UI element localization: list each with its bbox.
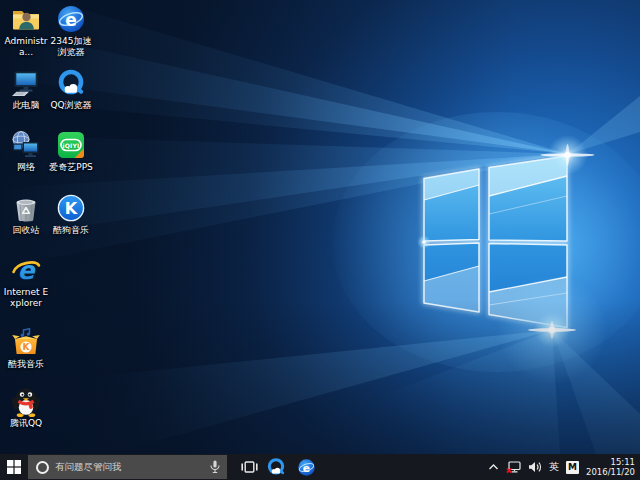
taskbar: 有问题尽管问我: [0, 454, 640, 480]
desktop-icon-internet-explorer[interactable]: e Internet Explorer: [2, 255, 50, 309]
internet-explorer-icon: e: [11, 255, 41, 285]
svg-text:e: e: [65, 10, 77, 30]
icon-label: QQ浏览器: [50, 100, 91, 111]
svg-text:K: K: [65, 199, 78, 218]
user-folder-icon: [11, 4, 41, 34]
kugou-k-icon: K: [56, 193, 86, 223]
clock-date: 2016/11/20: [586, 467, 635, 477]
tray-network-status[interactable]: [504, 454, 523, 480]
network-disconnected-icon: [506, 461, 521, 474]
svg-text:e: e: [302, 461, 309, 474]
iqiyi-pps-icon: iQIYI: [56, 130, 86, 160]
cortana-search-box[interactable]: 有问题尽管问我: [28, 455, 227, 479]
tray-chevron-up[interactable]: [486, 454, 501, 480]
desktop-icon-kuwo-music[interactable]: K 酷我音乐: [2, 327, 50, 370]
icon-label: 回收站: [13, 225, 40, 236]
tray-clock[interactable]: 15:11 2016/11/20: [584, 454, 638, 480]
taskbar-app-qq-browser[interactable]: [263, 454, 289, 480]
kuwo-music-box-icon: K: [11, 327, 41, 357]
qq-browser-q-cloud-icon: [266, 457, 286, 477]
icon-label: 2345加速浏览器: [47, 36, 95, 58]
clock-time: 15:11: [586, 457, 635, 467]
icon-label: Internet Explorer: [2, 287, 50, 309]
windows-hero-wallpaper: [0, 0, 640, 454]
tray-ime-mode[interactable]: M: [564, 454, 581, 480]
tray-ime-language[interactable]: 英: [547, 454, 561, 480]
start-button[interactable]: [0, 454, 28, 480]
windows-logo-icon: [7, 460, 21, 474]
svg-text:K: K: [23, 342, 31, 352]
icon-label: 腾讯QQ: [10, 418, 42, 429]
icon-label: 酷狗音乐: [53, 225, 89, 236]
desktop-icon-tencent-qq[interactable]: 腾讯QQ: [2, 384, 50, 429]
recycle-bin-icon: [11, 193, 41, 223]
network-globe-icon: [11, 130, 41, 160]
svg-text:e: e: [18, 256, 37, 285]
taskbar-app-2345-browser[interactable]: e: [293, 454, 319, 480]
qq-browser-q-cloud-icon: [56, 68, 86, 98]
cortana-ring-icon: [36, 461, 49, 474]
ime-mode-badge: M: [566, 461, 579, 474]
icon-label: 爱奇艺PPS: [49, 162, 93, 173]
desktop-icon-qq-browser[interactable]: QQ浏览器: [47, 68, 95, 111]
desktop-icon-administrator[interactable]: Administra...: [2, 4, 50, 58]
desktop: Administra... 此电脑: [0, 0, 640, 454]
icon-label: 酷我音乐: [8, 359, 44, 370]
desktop-icon-kugou-music[interactable]: K 酷狗音乐: [47, 193, 95, 236]
system-tray: 英 M 15:11 2016/11/20: [486, 454, 638, 480]
speaker-icon: [528, 461, 542, 473]
desktop-icon-recycle-bin[interactable]: 回收站: [2, 193, 50, 236]
windows-desktop-screen: Administra... 此电脑: [0, 0, 640, 480]
icon-label: 此电脑: [13, 100, 40, 111]
ime-language-label: 英: [549, 460, 559, 474]
microphone-icon[interactable]: [210, 460, 220, 474]
desktop-icon-this-pc[interactable]: 此电脑: [2, 68, 50, 111]
desktop-icon-iqiyi-pps[interactable]: iQIYI 爱奇艺PPS: [47, 130, 95, 173]
qq-penguin-icon: [9, 384, 43, 418]
svg-text:iQIYI: iQIYI: [63, 142, 80, 149]
chevron-up-icon: [488, 463, 499, 471]
desktop-icon-network[interactable]: 网络: [2, 130, 50, 173]
tray-volume[interactable]: [526, 454, 544, 480]
icon-label: Administra...: [2, 36, 50, 58]
task-view-icon: [241, 460, 258, 474]
2345-browser-e-icon: e: [56, 4, 86, 34]
blue-e-sphere-icon: e: [297, 458, 316, 477]
search-placeholder: 有问题尽管问我: [55, 461, 210, 474]
desktop-icon-2345-browser[interactable]: e 2345加速浏览器: [47, 4, 95, 58]
icon-label: 网络: [17, 162, 35, 173]
computer-icon: [11, 68, 41, 98]
task-view-button[interactable]: [238, 454, 260, 480]
